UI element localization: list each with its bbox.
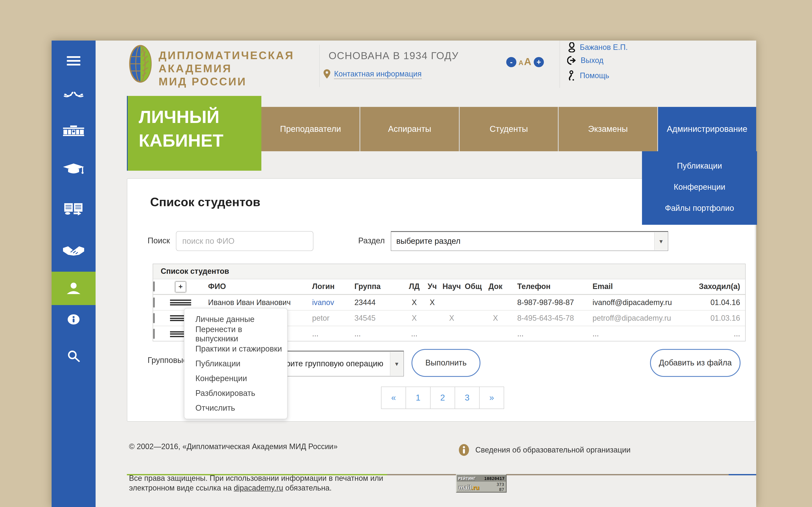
row-checkbox[interactable]	[153, 313, 155, 323]
menu-icon	[67, 54, 80, 68]
tab-teachers[interactable]: Преподаватели	[261, 107, 361, 151]
cell-last-login: 01.03.16	[689, 314, 746, 323]
footer-divider-blue	[729, 474, 756, 475]
col-phone: Телефон	[507, 282, 583, 291]
sidebar-item-wreath[interactable]	[52, 79, 96, 109]
col-group: Группа	[352, 282, 405, 291]
tab-exams[interactable]: Экзамены	[559, 107, 658, 151]
rating-numbers: 373 87	[497, 482, 504, 492]
page-1[interactable]: 1	[406, 387, 430, 409]
add-row-button[interactable]: +	[175, 281, 186, 292]
search-input[interactable]	[176, 231, 313, 251]
col-uch: Уч	[424, 282, 441, 291]
sidebar-item-search[interactable]	[52, 341, 96, 372]
col-dok: Док	[484, 282, 507, 291]
admin-menu-portfolio-files[interactable]: Файлы портфолио	[642, 198, 757, 219]
page-title: Список студентов	[150, 195, 260, 209]
user-profile-row[interactable]: Бажанов Е.П.	[568, 42, 628, 52]
row-checkbox[interactable]	[153, 297, 155, 307]
page-3[interactable]: 3	[455, 387, 479, 409]
section-label: Раздел	[358, 236, 385, 245]
admin-menu-publications[interactable]: Публикации	[642, 156, 757, 177]
sidebar-item-personal[interactable]	[52, 273, 96, 304]
font-sample-small: А	[518, 59, 523, 67]
logout-icon	[567, 56, 576, 65]
cell-dok: X	[484, 314, 507, 323]
rating-value: 10820417	[484, 476, 505, 481]
col-login: Логин	[310, 282, 352, 291]
info-icon	[66, 314, 81, 325]
help-link[interactable]: Помощь	[580, 71, 609, 80]
page-prev[interactable]: «	[381, 387, 406, 409]
font-sample-large: А	[524, 56, 531, 68]
tab-students[interactable]: Студенты	[460, 107, 559, 151]
font-increase-button[interactable]: +	[534, 57, 544, 67]
rights-text: Все права защищены. При использовании ин…	[129, 473, 383, 493]
col-fio: ФИО	[191, 282, 310, 291]
login-link[interactable]: ivanov	[312, 298, 334, 306]
cell-fio: Иванов Иван Иванович	[191, 298, 310, 307]
tab-postgraduates[interactable]: Аспиранты	[361, 107, 460, 151]
cell-group: ...	[352, 330, 405, 338]
row-checkbox[interactable]	[153, 329, 155, 339]
administration-dropdown: Публикации Конференции Файлы портфолио	[642, 151, 757, 225]
sidebar-item-partnership[interactable]	[52, 236, 96, 266]
page-2[interactable]: 2	[430, 387, 455, 409]
tab-administration[interactable]: Администрирование	[658, 107, 756, 151]
book-icon	[63, 203, 85, 216]
select-all-checkbox[interactable]	[153, 281, 155, 291]
row-actions-icon[interactable]	[170, 299, 191, 305]
cell-last-login: 01.04.16	[689, 298, 746, 307]
cell-phone: 8-495-643-45-78	[507, 314, 583, 323]
login-link[interactable]: petor	[312, 314, 329, 322]
dipacademy-link[interactable]: dipacademy.ru	[234, 484, 283, 492]
ctx-conferences[interactable]: Конференции	[185, 371, 287, 386]
table-header-row: + ФИО Логин Группа ЛД Уч Науч Общ Док Те…	[153, 279, 745, 295]
cell-phone: 8-987-987-98-87	[507, 298, 583, 307]
chevron-down-icon: ▼	[390, 352, 403, 376]
sidebar-item-info[interactable]	[52, 304, 96, 335]
brand-name: ДИПЛОМАТИЧЕСКАЯ АКАДЕМИЯ МИД РОССИИ	[159, 49, 294, 88]
section-select[interactable]: выберите раздел ▼	[391, 231, 668, 251]
mailru-logo: mail.ru	[458, 484, 479, 491]
col-ld: ЛД	[405, 282, 424, 291]
cell-login: ...	[310, 330, 352, 338]
logout-row[interactable]: Выход	[567, 56, 604, 65]
founded-text: ОСНОВАНА В 1934 ГОДУ	[328, 50, 459, 62]
header-divider-1	[319, 45, 320, 87]
pagination: « 1 2 3 »	[382, 387, 504, 409]
sidebar-item-library[interactable]	[52, 194, 96, 224]
ctx-internships[interactable]: Практики и стажировки	[185, 341, 287, 356]
page-next[interactable]: »	[479, 387, 504, 409]
ctx-publications[interactable]: Публикации	[185, 356, 287, 371]
col-nauch: Науч	[441, 282, 463, 291]
personal-cabinet-banner[interactable]: ЛИЧНЫЙ КАБИНЕТ	[127, 96, 261, 171]
font-decrease-button[interactable]: -	[506, 57, 516, 67]
org-info-link[interactable]: Сведения об образовательной организации	[475, 446, 630, 455]
col-last-login: Заходил(а)	[689, 282, 746, 291]
help-icon	[568, 70, 575, 81]
search-icon	[66, 350, 81, 363]
university-building-icon	[63, 125, 85, 136]
sidebar-menu-button[interactable]	[52, 46, 96, 76]
user-name-link[interactable]: Бажанов Е.П.	[580, 43, 628, 52]
admin-menu-conferences[interactable]: Конференции	[642, 177, 757, 198]
sidebar-item-university[interactable]	[52, 115, 96, 146]
mailru-rating-badge[interactable]: РЕЙТИНГ 10820417 mail.ru 373 87	[456, 474, 507, 493]
logout-link[interactable]: Выход	[581, 56, 604, 65]
org-info-icon	[458, 444, 469, 458]
cell-ld: X	[405, 298, 424, 307]
ctx-unblock[interactable]: Разблокировать	[185, 386, 287, 400]
contact-info-link[interactable]: Контактная информация	[334, 70, 422, 79]
sidebar-item-students[interactable]	[52, 154, 96, 184]
help-row[interactable]: Помощь	[568, 70, 609, 81]
handshake-icon	[62, 245, 85, 257]
add-from-file-button[interactable]: Добавить из файла	[650, 349, 741, 377]
execute-button[interactable]: Выполнить	[411, 349, 480, 377]
ctx-personal-data[interactable]: Личные данные	[185, 312, 287, 327]
ctx-expel[interactable]: Отчислить	[185, 400, 287, 415]
cell-ld: ...	[405, 330, 424, 338]
academy-logo	[129, 44, 152, 86]
copyright-text: © 2002—2016, «Дипломатическая Академия М…	[129, 442, 338, 451]
ctx-move-to-graduates[interactable]: Перенести в выпускники	[185, 327, 287, 341]
